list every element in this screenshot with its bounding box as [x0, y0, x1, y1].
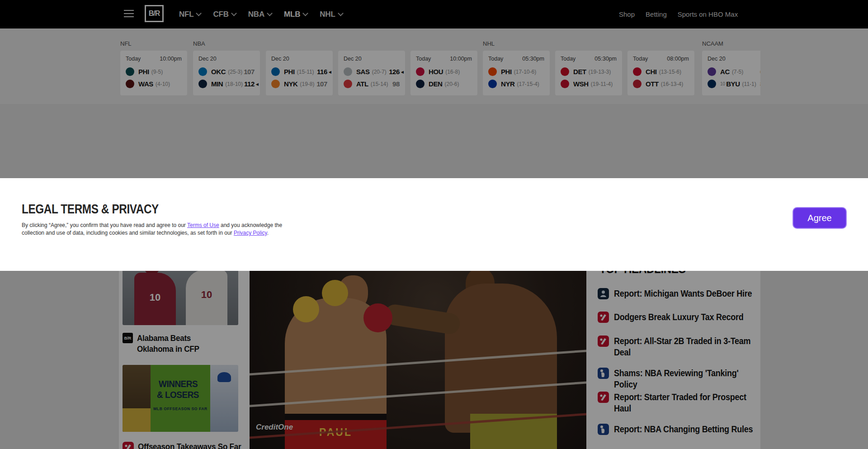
consent-dialog-body: By clicking “Agree,” you confirm that yo… — [22, 222, 282, 237]
consent-dialog-title: LEGAL TERMS & PRIVACY — [22, 202, 159, 217]
consent-text: collection and use of data, including co… — [22, 230, 234, 236]
privacy-policy-link[interactable]: Privacy Policy — [234, 230, 267, 236]
consent-text: By clicking “Agree,” you confirm that yo… — [22, 222, 187, 228]
bleacher-report-page: B/R NFL CFB NBA MLB NHL Shop Betting Spo… — [0, 0, 868, 449]
terms-of-use-link[interactable]: Terms of Use — [187, 222, 219, 228]
consent-body-line: collection and use of data, including co… — [22, 229, 282, 237]
consent-text: and you acknowledge the — [219, 222, 282, 228]
agree-button[interactable]: Agree — [793, 207, 847, 229]
consent-text: . — [267, 230, 269, 236]
consent-body-line: By clicking “Agree,” you confirm that yo… — [22, 222, 282, 229]
consent-dialog: LEGAL TERMS & PRIVACY By clicking “Agree… — [0, 178, 868, 271]
